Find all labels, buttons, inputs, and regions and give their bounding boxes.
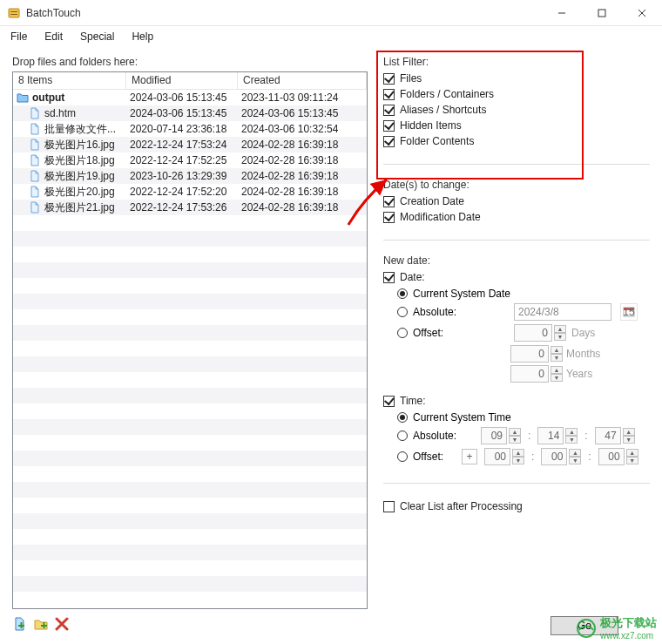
clear-list-checkbox[interactable]: Clear List after Processing — [383, 499, 650, 513]
change-modification[interactable]: Modification Date — [383, 210, 650, 224]
spin-up-icon[interactable]: ▲ — [626, 449, 638, 457]
table-row-empty — [13, 435, 367, 451]
off-min-spin[interactable]: ▲▼ — [541, 448, 581, 465]
table-row[interactable]: sd.htm2024-03-06 15:13:452024-03-06 15:1… — [13, 105, 367, 121]
table-row-empty — [13, 309, 367, 325]
checkbox-icon — [383, 501, 395, 512]
absolute-date-input[interactable]: 2024/3/8 — [514, 303, 611, 321]
spin-up-icon[interactable]: ▲ — [551, 366, 563, 374]
abs-sec-spin[interactable]: ▲▼ — [595, 427, 635, 444]
col-modified[interactable]: Modified — [126, 72, 238, 89]
radio-offset-time[interactable]: Offset: + ▲▼ : ▲▼ : ▲▼ — [397, 448, 650, 465]
table-row-empty — [13, 513, 367, 529]
radio-offset-date[interactable]: Offset: ▲▼ Days — [397, 324, 650, 342]
filter-aliases[interactable]: Aliases / Shortcuts — [383, 103, 650, 117]
table-row[interactable]: 极光图片21.jpg2022-12-24 17:53:262024-02-28 … — [13, 200, 367, 215]
offset-months-spin[interactable]: ▲▼ — [510, 345, 563, 363]
table-row-empty — [13, 529, 367, 545]
filter-contents[interactable]: Folder Contents — [383, 134, 650, 148]
offset-years-spin[interactable]: ▲▼ — [510, 365, 563, 383]
file-icon — [29, 107, 41, 119]
offset-months-input[interactable] — [510, 345, 549, 363]
table-row-empty — [13, 419, 367, 435]
abs-min-input[interactable] — [537, 427, 564, 444]
time-checkbox[interactable]: Time: — [383, 394, 650, 408]
time-sep: : — [528, 430, 530, 442]
abs-hour-spin[interactable]: ▲▼ — [481, 427, 521, 444]
add-file-button[interactable] — [12, 616, 28, 632]
offset-days-spin[interactable]: ▲▼ — [514, 324, 566, 342]
time-sep: : — [531, 451, 534, 463]
col-created[interactable]: Created — [238, 72, 367, 89]
table-row-empty — [13, 576, 367, 592]
spin-up-icon[interactable]: ▲ — [569, 449, 581, 457]
radio-icon — [397, 451, 408, 462]
table-row[interactable]: 极光图片19.jpg2023-10-26 13:29:392024-02-28 … — [13, 168, 367, 184]
time-checkbox-label: Time: — [400, 395, 426, 407]
spin-down-icon[interactable]: ▼ — [623, 436, 635, 444]
maximize-button[interactable] — [582, 0, 622, 26]
table-row[interactable]: 极光图片16.jpg2022-12-24 17:53:242024-02-28 … — [13, 137, 367, 153]
calendar-icon[interactable]: 15 — [620, 303, 638, 321]
table-row[interactable]: 极光图片18.jpg2022-12-24 17:52:252024-02-28 … — [13, 153, 367, 168]
menu-help[interactable]: Help — [125, 29, 160, 44]
abs-sec-input[interactable] — [595, 427, 621, 444]
row-name: 批量修改文件... — [44, 122, 116, 137]
watermark-cn: 极光下载站 — [600, 615, 657, 631]
off-hour-spin[interactable]: ▲▼ — [484, 448, 524, 465]
spin-up-icon[interactable]: ▲ — [509, 428, 521, 436]
radio-current-date[interactable]: Current System Date — [397, 288, 650, 300]
off-sec-spin[interactable]: ▲▼ — [598, 448, 638, 465]
radio-absolute-time[interactable]: Absolute: ▲▼ : ▲▼ : ▲▼ — [397, 427, 650, 444]
row-modified: 2022-12-24 17:52:20 — [126, 186, 238, 198]
off-hour-input[interactable] — [484, 448, 510, 465]
spin-up-icon[interactable]: ▲ — [554, 325, 566, 333]
date-checkbox[interactable]: Date: — [383, 270, 650, 284]
filter-hidden[interactable]: Hidden Items — [383, 119, 650, 132]
col-items[interactable]: 8 Items — [13, 72, 126, 89]
delete-button[interactable] — [54, 616, 70, 632]
menu-edit[interactable]: Edit — [37, 29, 70, 44]
table-row-empty — [13, 278, 367, 294]
spin-up-icon[interactable]: ▲ — [512, 449, 524, 457]
spin-up-icon[interactable]: ▲ — [551, 346, 563, 354]
abs-min-spin[interactable]: ▲▼ — [537, 427, 578, 444]
radio-current-time[interactable]: Current System Time — [397, 411, 650, 424]
spin-up-icon[interactable]: ▲ — [623, 428, 635, 436]
radio-absolute-date[interactable]: Absolute: 2024/3/8 15 — [397, 303, 650, 321]
table-row[interactable]: output2024-03-06 15:13:452023-11-03 09:1… — [13, 90, 367, 105]
add-folder-button[interactable] — [33, 616, 49, 632]
watermark-url: www.xz7.com — [600, 631, 657, 641]
filter-contents-label: Folder Contents — [400, 135, 474, 147]
spin-down-icon[interactable]: ▼ — [626, 457, 638, 464]
offset-sign-button[interactable]: + — [462, 449, 477, 464]
spin-down-icon[interactable]: ▼ — [551, 374, 563, 382]
spin-down-icon[interactable]: ▼ — [569, 457, 581, 464]
offset-days-input[interactable] — [514, 324, 552, 342]
table-row[interactable]: 极光图片20.jpg2022-12-24 17:52:202024-02-28 … — [13, 184, 367, 200]
checkbox-icon — [383, 105, 395, 116]
menu-file[interactable]: File — [3, 29, 34, 44]
off-sec-input[interactable] — [598, 448, 625, 465]
table-row-empty — [13, 325, 367, 341]
spin-down-icon[interactable]: ▼ — [512, 457, 524, 464]
table-row[interactable]: 批量修改文件...2020-07-14 23:36:182024-03-06 1… — [13, 121, 367, 137]
table-row-empty — [13, 356, 367, 372]
spin-up-icon[interactable]: ▲ — [565, 428, 578, 436]
close-button[interactable] — [622, 0, 662, 26]
filter-files[interactable]: Files — [383, 71, 650, 85]
filter-folders[interactable]: Folders / Containers — [383, 87, 650, 101]
abs-hour-input[interactable] — [481, 427, 507, 444]
spin-down-icon[interactable]: ▼ — [509, 436, 521, 444]
date-checkbox-label: Date: — [400, 271, 425, 283]
offset-years-input[interactable] — [510, 365, 549, 383]
spin-down-icon[interactable]: ▼ — [554, 333, 566, 341]
change-creation[interactable]: Creation Date — [383, 194, 650, 208]
table-row-empty — [13, 466, 367, 482]
off-min-input[interactable] — [541, 448, 567, 465]
spin-down-icon[interactable]: ▼ — [565, 436, 578, 444]
menu-special[interactable]: Special — [73, 29, 121, 44]
spin-down-icon[interactable]: ▼ — [551, 354, 563, 362]
minimize-button[interactable] — [542, 0, 582, 26]
row-name: 极光图片20.jpg — [44, 185, 115, 200]
